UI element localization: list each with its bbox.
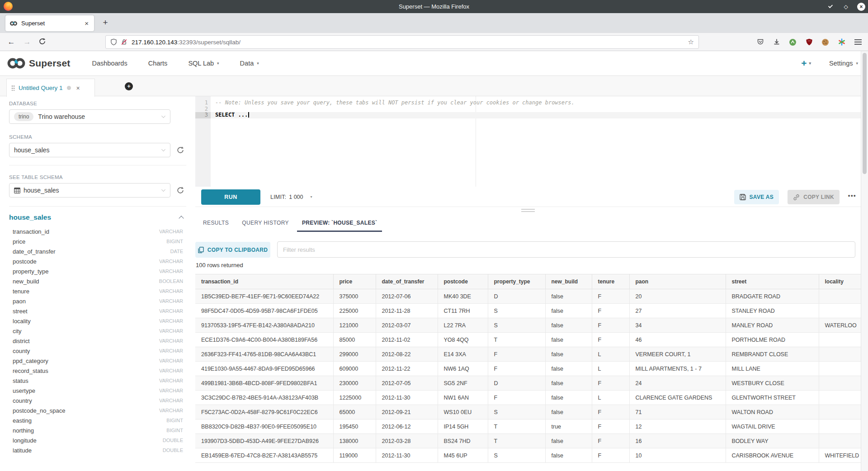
collapse-chevron-up-icon[interactable] [179,216,184,221]
copy-link-button[interactable]: COPY LINK [788,190,840,204]
shield-icon[interactable] [110,38,117,46]
refresh-schemas-button[interactable] [176,146,184,154]
save-as-button[interactable]: SAVE AS [734,190,779,204]
column-header-tenure[interactable]: tenure [592,274,629,289]
column-header-date_of_transfer[interactable]: date_of_transfer [376,274,438,289]
table-cell: 91370533-19F5-47FE-B142-A380A8ADA210 [195,318,333,333]
column-header-street[interactable]: street [726,274,819,289]
nav-item-label: Data [240,60,254,67]
table-cell: 2012-11-28 [376,304,438,318]
gutter-line-number: 2 [195,106,211,113]
ublock-shield-icon[interactable] [805,38,813,46]
column-header-locality[interactable]: locality [819,274,861,289]
table-cell: 609000 [333,362,376,376]
settings-menu[interactable]: Settings ▾ [829,60,858,67]
column-type: BIGINT [166,428,183,433]
url-bar[interactable]: 217.160.120.143 :32393/superset/sqllab/ … [105,35,699,49]
new-tab-button[interactable]: + [99,16,112,29]
copy-link-label: COPY LINK [803,194,834,200]
table-cell: EB1459EB-67ED-47C8-B2E7-A38143AB5575 [195,448,333,463]
pane-resize-handle[interactable] [521,209,535,213]
nav-item-charts[interactable]: Charts [148,60,168,67]
limit-dropdown[interactable]: LIMIT: 1 000 ▾ [270,187,312,207]
table-cell: 34 [629,318,726,333]
column-name: price [13,238,25,245]
copy-icon [198,247,204,253]
copy-to-clipboard-label: COPY TO CLIPBOARD [208,247,268,253]
window-maximize-button[interactable]: ◇ [842,3,850,11]
bookmark-star-icon[interactable]: ☆ [688,38,694,46]
hamburger-menu-icon[interactable] [854,38,862,46]
brand-title[interactable]: Superset [29,58,70,69]
results-tab-preview-house-sales[interactable]: PREVIEW: `HOUSE_SALES` [297,215,382,232]
table-cell: F5C273AC-0D2A-458F-8279-9C61F0C22EC6 [195,405,333,419]
filter-results-input[interactable] [277,241,855,258]
table-cell: 71 [629,405,726,419]
page-scrollbar-thumb[interactable] [863,53,867,174]
table-select[interactable]: house_sales [9,183,170,198]
pocket-icon[interactable] [756,38,764,46]
cookie-icon[interactable] [821,38,829,46]
nav-item-dashboards[interactable]: Dashboards [92,60,127,67]
window-title: Superset — Mozilla Firefox [0,0,868,13]
nav-item-data[interactable]: Data▾ [240,60,259,67]
run-button[interactable]: RUN [201,189,260,205]
refresh-tables-button[interactable] [176,186,184,194]
table-cell: NW1 6AN [438,391,488,405]
nav-item-sql-lab[interactable]: SQL Lab▾ [188,60,219,67]
add-query-tab-button[interactable]: + [125,82,133,90]
query-tab-untitled-query-1[interactable]: Untitled Query 1 × [6,79,95,97]
query-tab-label: Untitled Query 1 [19,85,63,91]
column-name: district [13,338,30,344]
column-header-transaction_id[interactable]: transaction_id [195,274,333,289]
download-icon[interactable] [773,38,780,46]
tab-close-icon[interactable]: × [83,19,90,27]
table-cell [819,391,861,405]
column-header-property_type[interactable]: property_type [488,274,545,289]
results-tab-query-history[interactable]: QUERY HISTORY [237,215,294,232]
window-minimize-button[interactable] [826,3,835,11]
chevron-down-icon [828,4,833,8]
settings-label: Settings [829,60,853,67]
column-header-paon[interactable]: paon [629,274,726,289]
url-host: 217.160.120.143 [132,39,177,46]
column-name: county [13,348,30,354]
column-name: new_build [13,278,39,285]
browser-tab-superset[interactable]: Superset × [5,15,94,31]
column-type: VARCHAR [159,318,183,324]
schema-select[interactable]: house_sales [9,143,170,157]
table-cell: YO8 4QQ [438,333,488,347]
column-header-postcode[interactable]: postcode [438,274,488,289]
chevron-down-icon: ▾ [217,61,219,66]
superset-logo-icon[interactable] [6,57,26,69]
reload-button[interactable] [38,38,46,45]
schema-column-row: ppd_categoryVARCHAR [9,356,186,366]
results-tab-results[interactable]: RESULTS [198,215,234,232]
drag-handle-icon[interactable] [11,85,14,91]
insecure-lock-icon[interactable] [121,38,127,46]
database-select[interactable]: trino Trino warehouse [9,109,170,124]
privacy-badger-icon[interactable] [789,38,797,46]
query-tab-close-icon[interactable]: × [76,85,80,92]
gutter-line-number: 1 [195,100,211,106]
link-icon [793,194,800,201]
column-header-new_build[interactable]: new_build [545,274,592,289]
extension-asterisk-icon[interactable] [838,38,845,46]
add-new-button[interactable]: + ▾ [801,58,811,69]
table-cell: F [592,304,629,318]
back-button[interactable]: ← [6,37,17,47]
sql-code-editor[interactable]: 123 -- Note: Unless you save your query,… [195,96,861,187]
schema-column-row: new_buildBOOLEAN [9,276,186,286]
column-header-price[interactable]: price [333,274,376,289]
schema-column-row: record_statusVARCHAR [9,366,186,376]
unsaved-state-dot [67,86,71,90]
table-cell: WS10 0EU [438,405,488,419]
table-cell: 65000 [333,405,376,419]
window-close-button[interactable]: × [857,3,865,11]
forward-button[interactable]: → [22,37,33,47]
copy-to-clipboard-button[interactable]: COPY TO CLIPBOARD [195,242,270,258]
save-as-label: SAVE AS [750,194,774,200]
more-options-button[interactable]: ••• [848,192,856,199]
table-row: ECE1D376-C9A6-4C00-B004-A380B189FA568500… [195,333,861,347]
page-scrollbar-track[interactable] [861,51,868,471]
